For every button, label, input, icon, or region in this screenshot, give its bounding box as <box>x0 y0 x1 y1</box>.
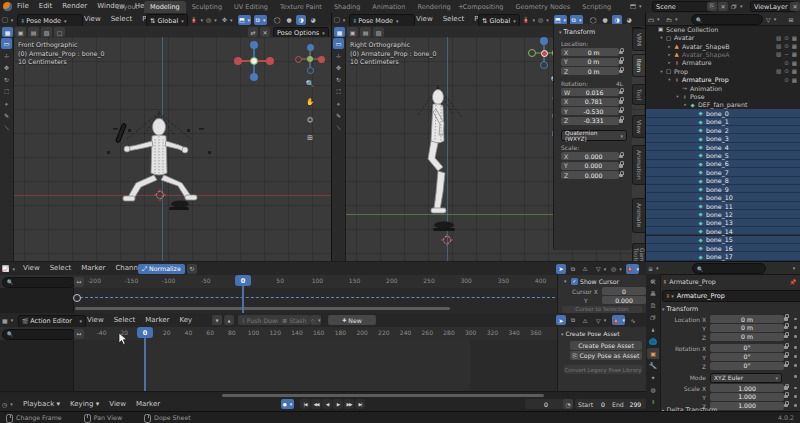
transform-value-field[interactable]: 0° <box>710 362 784 370</box>
outliner-row-bone[interactable]: ◆bone_15 <box>646 236 800 244</box>
graph-h-scrollbar[interactable] <box>75 307 450 310</box>
lock-icon[interactable] <box>619 174 623 178</box>
outliner-row[interactable]: ↝Animation <box>646 84 800 92</box>
new-action-button[interactable]: New <box>328 315 376 325</box>
select-box-tool[interactable] <box>333 38 344 49</box>
dope-ruler[interactable]: -40-200204060801001201401601802002202402… <box>0 327 646 341</box>
outliner-row-bone[interactable]: ◆bone_6 <box>646 160 800 168</box>
tool-option-icon-1[interactable] <box>15 27 26 37</box>
transform-y-field[interactable]: Y-0.530 <box>561 107 619 115</box>
menu-key[interactable]: Key <box>174 314 197 327</box>
shading-material-icon[interactable] <box>296 15 306 25</box>
workspace-tab-animation[interactable]: Animation <box>366 1 411 13</box>
menu-keying[interactable]: Keying ▾ <box>65 398 104 411</box>
current-frame-badge[interactable]: 0 <box>137 327 153 338</box>
animate-dot-icon[interactable] <box>794 395 797 398</box>
snap-magnet-icon[interactable]: ▾ <box>190 15 203 25</box>
workspace-tab-scripting[interactable]: Scripting <box>576 1 617 13</box>
menu-playback[interactable]: Playback ▾ <box>18 398 65 411</box>
outliner-row-bone[interactable]: ◆bone_10 <box>646 193 800 201</box>
action-specials-icon[interactable]: ▾ <box>310 315 321 325</box>
pan-view-icon[interactable] <box>305 97 315 107</box>
outliner-row-bone[interactable]: ◆bone_7 <box>646 168 800 176</box>
shading-solid-icon[interactable] <box>600 15 610 25</box>
outliner-filter-mode-icon[interactable]: ▾ <box>666 14 678 24</box>
outliner-row[interactable]: ▾▢Avatar▨⊙▦ <box>646 33 800 41</box>
jump-to-end-button[interactable]: ▶| <box>355 399 365 409</box>
transform-x-field[interactable]: X0.781 <box>561 98 619 106</box>
transform-section-header[interactable]: ▾Transform <box>662 305 698 313</box>
disclosure-icon[interactable]: ▸ <box>666 52 673 57</box>
remove-viewlayer-icon[interactable] <box>790 2 800 11</box>
editor-type-icon[interactable]: ▾ <box>648 263 659 273</box>
camera-toggle-icon[interactable]: ▦ <box>792 68 797 74</box>
graph-canvas[interactable] <box>0 288 646 313</box>
outliner-row[interactable]: ▾🯆Pose <box>646 92 800 100</box>
show-cursor-row[interactable]: ▾ ✓ Show Cursor <box>561 277 619 285</box>
editor-type-icon[interactable]: ▾ <box>2 315 13 325</box>
current-frame-badge[interactable]: 0 <box>235 275 251 286</box>
pin-id-icon[interactable] <box>788 277 798 287</box>
overlays-toggle-icon[interactable]: ▾ <box>554 15 567 25</box>
disclosure-icon[interactable]: ▾ <box>674 94 681 99</box>
lock-icon[interactable] <box>784 335 788 339</box>
play-button[interactable]: ▶ <box>333 399 343 409</box>
disclosure-icon[interactable]: ▸ <box>682 102 689 107</box>
lock-icon[interactable] <box>784 355 788 359</box>
menu-file[interactable]: File <box>12 0 34 13</box>
workspace-tab-layout[interactable]: Layout <box>110 1 144 13</box>
cursor-x-field[interactable]: 0 <box>602 287 646 295</box>
camera-toggle-icon[interactable]: ▦ <box>792 43 797 49</box>
shading-solid-icon[interactable] <box>284 15 294 25</box>
lock-icon[interactable] <box>619 60 623 64</box>
tool-option-icon-1[interactable] <box>347 27 358 37</box>
shading-wireframe-icon[interactable] <box>588 15 598 25</box>
animate-dot-icon[interactable] <box>794 364 797 367</box>
n-panel-tab-view[interactable]: View <box>632 115 645 139</box>
frame-end-field[interactable]: End299 <box>609 399 647 409</box>
tool-tab-icon[interactable]: 🛠 <box>647 276 659 287</box>
move-tool[interactable] <box>333 62 344 73</box>
eye-toggle-icon[interactable]: ⊙ <box>784 68 789 74</box>
transform-x-field[interactable]: X0.000 <box>561 152 619 160</box>
workspace-tab-rendering[interactable]: Rendering <box>411 1 456 13</box>
navigation-gizmo[interactable] <box>296 45 324 73</box>
lock-icon[interactable] <box>784 326 788 330</box>
lock-icon[interactable] <box>619 119 623 123</box>
dope-mode-selector[interactable]: Action Editor▾ <box>18 315 86 328</box>
rotate-tool[interactable] <box>1 74 12 85</box>
use-preview-range-icon[interactable] <box>563 399 573 409</box>
transform-value-field[interactable]: 0° <box>710 353 784 361</box>
scene-selector[interactable]: Scene <box>652 1 712 12</box>
outliner-row-bone[interactable]: ◆bone_9 <box>646 185 800 193</box>
disclosure-icon[interactable]: ▸ <box>666 60 673 65</box>
outliner-search-input[interactable] <box>691 14 763 25</box>
check-toggle-icon[interactable]: ▨ <box>776 35 781 41</box>
tool-option-icon-3[interactable] <box>373 27 384 37</box>
menu-marker[interactable]: Marker <box>131 398 165 411</box>
delete-scene-icon[interactable] <box>718 2 728 11</box>
menu-select[interactable]: Select <box>106 13 138 26</box>
transform-value-field[interactable]: 1.000 <box>710 393 784 401</box>
select-box-tool[interactable] <box>1 38 12 49</box>
disclosure-icon[interactable]: ▾ <box>658 69 665 74</box>
scene-tab-icon[interactable]: 🌢 <box>647 324 659 335</box>
transform-value-field[interactable]: 0 m <box>710 324 784 332</box>
rotation-mode-dropdown[interactable]: Quaternion (WXYZ)▾ <box>561 130 627 141</box>
camera-toggle-icon[interactable]: ▦ <box>792 51 797 57</box>
menu-select[interactable]: Select <box>109 314 141 327</box>
outliner-row[interactable]: ▸▲Avatar_ShapeB▨⊙▦ <box>646 42 800 50</box>
camera-toggle-icon[interactable]: ▦ <box>792 60 797 66</box>
object-name-field[interactable]: ▾ Armature_Prop <box>662 290 800 302</box>
errors-filter-icon[interactable] <box>580 264 590 274</box>
outliner-row[interactable]: ▾▢Prop▨⊙▦ <box>646 67 800 75</box>
animate-dot-icon[interactable] <box>794 404 797 407</box>
transform-value-field[interactable]: 0 m <box>710 315 784 323</box>
cursor-tool[interactable] <box>1 50 12 61</box>
outliner-row[interactable]: ▸▲Avatar_ShapeA▨−▦ <box>646 50 800 58</box>
scale-tool[interactable] <box>333 86 344 97</box>
cursor-tool[interactable] <box>333 50 344 61</box>
outliner-display-mode-icon[interactable]: ▾ <box>648 14 660 24</box>
lock-icon[interactable] <box>619 51 623 55</box>
pose-asset-panel-header[interactable]: ▾Create Pose Asset <box>561 330 620 337</box>
